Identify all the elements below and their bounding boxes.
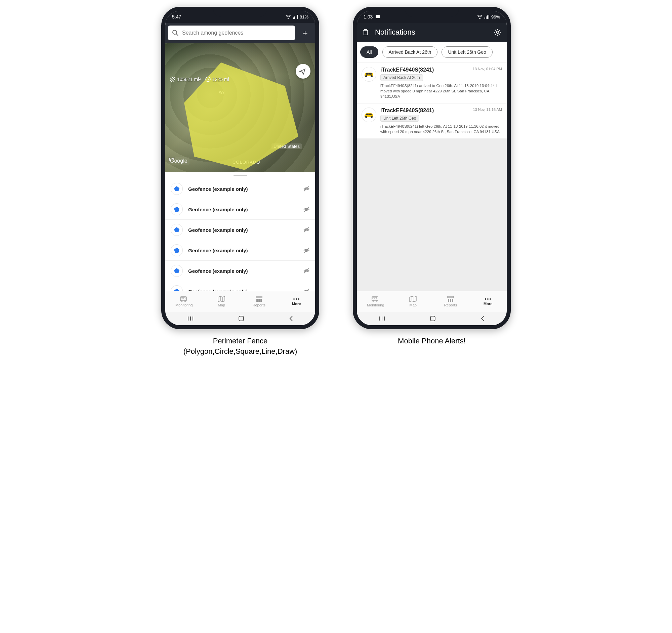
filter-chips: All Arrived Back At 26th Unit Left 26th … xyxy=(357,42,507,63)
geofence-row[interactable]: Geofence (example only) xyxy=(165,199,315,220)
geofence-row[interactable]: Geofence (example only) xyxy=(165,179,315,199)
back-button[interactable] xyxy=(480,315,485,322)
caption-line1: Perimeter Fence xyxy=(184,336,297,346)
notification-tag: Arrived Back At 26th xyxy=(380,74,423,81)
recents-button[interactable] xyxy=(187,316,194,321)
tab-monitoring[interactable]: Monitoring xyxy=(357,291,394,312)
search-input[interactable] xyxy=(182,30,291,36)
svg-rect-62 xyxy=(448,299,449,302)
home-button[interactable] xyxy=(429,315,436,322)
svg-rect-50 xyxy=(366,73,368,75)
caption-notifications: Mobile Phone Alerts! xyxy=(398,336,466,346)
svg-rect-32 xyxy=(256,299,258,302)
tab-label: More xyxy=(483,302,492,306)
map-icon xyxy=(409,296,417,302)
phone-frame-notifications: 1:03 96% Notifications All Arrived Back … xyxy=(353,7,511,329)
gear-icon[interactable] xyxy=(494,29,501,36)
tab-map[interactable]: Map xyxy=(394,291,432,312)
bus-icon xyxy=(180,296,188,302)
svg-marker-8 xyxy=(174,186,179,191)
geofence-polygon[interactable] xyxy=(174,59,302,173)
notification-description: iTrackEF4940S(8241) left Geo 26th. At 11… xyxy=(380,124,502,135)
svg-rect-27 xyxy=(181,297,183,299)
map-icon xyxy=(218,296,225,302)
area-value: 105821 mi² xyxy=(177,77,200,82)
bus-icon xyxy=(371,296,380,302)
compass-button[interactable] xyxy=(296,64,310,79)
visibility-off-icon[interactable] xyxy=(303,186,310,192)
pentagon-icon xyxy=(171,244,183,257)
chip-all[interactable]: All xyxy=(360,46,378,58)
svg-rect-31 xyxy=(256,296,262,298)
svg-point-4 xyxy=(173,30,177,34)
tab-reports[interactable]: Reports xyxy=(432,291,470,312)
svg-rect-44 xyxy=(486,17,486,19)
back-button[interactable] xyxy=(289,315,293,322)
tab-monitoring[interactable]: Monitoring xyxy=(165,291,203,312)
notifications-header: Notifications xyxy=(357,23,507,42)
chip-arrived[interactable]: Arrived Back At 26th xyxy=(382,46,438,58)
tab-more[interactable]: More xyxy=(470,291,507,312)
svg-point-36 xyxy=(296,298,297,300)
tab-label: More xyxy=(292,302,301,306)
svg-rect-28 xyxy=(184,297,185,299)
svg-line-13 xyxy=(304,207,309,212)
svg-rect-71 xyxy=(430,316,435,321)
trash-icon[interactable] xyxy=(362,29,369,36)
geofence-row[interactable]: Geofence (example only) xyxy=(165,240,315,261)
visibility-off-icon[interactable] xyxy=(303,206,310,213)
caption-line2: (Polygon,Circle,Square,Line,Draw) xyxy=(184,346,297,357)
visibility-off-icon[interactable] xyxy=(303,267,310,274)
more-icon xyxy=(293,297,300,301)
search-box[interactable] xyxy=(168,26,295,40)
geofence-name: Geofence (example only) xyxy=(188,289,298,291)
svg-rect-63 xyxy=(450,299,451,302)
wifi-icon xyxy=(286,15,291,19)
car-icon xyxy=(362,67,376,82)
svg-rect-45 xyxy=(487,16,488,19)
bottom-tabbar: Monitoring Map Reports More xyxy=(165,291,315,312)
pentagon-icon xyxy=(171,183,183,195)
svg-rect-42 xyxy=(376,15,380,18)
add-geofence-button[interactable]: + xyxy=(298,26,312,40)
svg-line-16 xyxy=(304,227,309,232)
svg-point-35 xyxy=(293,298,295,300)
visibility-off-icon[interactable] xyxy=(303,288,310,291)
tab-label: Map xyxy=(410,303,417,307)
tab-label: Monitoring xyxy=(175,303,193,307)
tab-more[interactable]: More xyxy=(278,291,315,312)
svg-rect-51 xyxy=(369,73,371,75)
home-button[interactable] xyxy=(238,315,245,322)
svg-line-5 xyxy=(176,34,178,35)
svg-point-65 xyxy=(485,298,486,300)
tab-map[interactable]: Map xyxy=(203,291,241,312)
map-area[interactable]: 105821 mi² 1225 mi WY COLORADO United St… xyxy=(165,43,315,172)
geofence-list[interactable]: Geofence (example only) Geofence (exampl… xyxy=(165,179,315,291)
svg-point-53 xyxy=(370,116,373,118)
geofence-row[interactable]: Geofence (example only) xyxy=(165,261,315,281)
perimeter-value: 1225 mi xyxy=(212,77,229,82)
visibility-off-icon[interactable] xyxy=(303,247,310,254)
notch xyxy=(405,7,459,17)
geofence-row[interactable]: Geofence (example only) xyxy=(165,281,315,291)
chip-left[interactable]: Unit Left 26th Geo xyxy=(441,46,493,58)
notification-tag: Unit Left 26th Geo xyxy=(380,115,419,122)
tab-label: Reports xyxy=(252,303,265,307)
pentagon-icon xyxy=(171,224,183,236)
visibility-off-icon[interactable] xyxy=(303,226,310,233)
svg-point-52 xyxy=(365,116,367,118)
battery-percent: 96% xyxy=(491,15,500,20)
status-time: 5:47 xyxy=(172,14,181,20)
notification-list[interactable]: iTrackEF4940S(8241) 13 Nov, 01:04 PM Arr… xyxy=(357,63,507,291)
message-icon xyxy=(375,15,380,19)
tab-label: Monitoring xyxy=(367,303,384,307)
geofence-name: Geofence (example only) xyxy=(188,206,298,212)
tab-label: Reports xyxy=(444,303,457,307)
recents-button[interactable] xyxy=(379,316,385,321)
notification-item[interactable]: iTrackEF4940S(8241) 13 Nov, 11:16 AM Uni… xyxy=(357,103,507,139)
phone-frame-geofences: 5:47 81% + 105821 mi² 12 xyxy=(161,7,319,329)
notification-item[interactable]: iTrackEF4940S(8241) 13 Nov, 01:04 PM Arr… xyxy=(357,63,507,103)
tab-reports[interactable]: Reports xyxy=(240,291,278,312)
geofence-row[interactable]: Geofence (example only) xyxy=(165,220,315,240)
perimeter-icon xyxy=(205,77,211,82)
